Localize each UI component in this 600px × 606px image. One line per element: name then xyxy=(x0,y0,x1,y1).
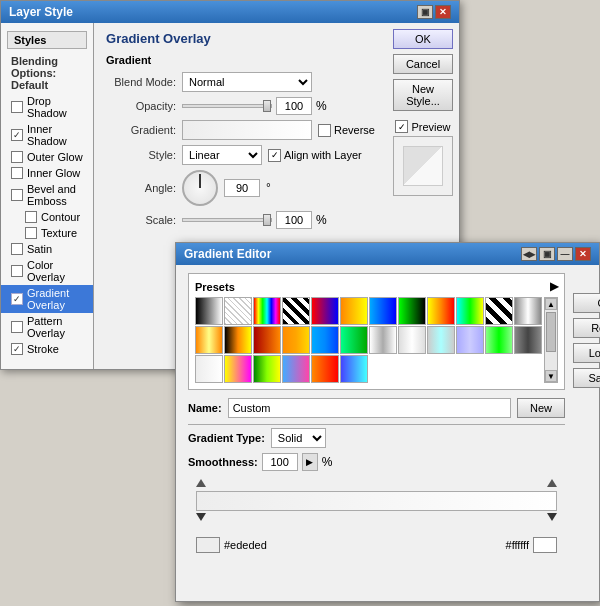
gradient-type-select[interactable]: Solid Noise xyxy=(271,428,326,448)
preset-28[interactable] xyxy=(282,355,310,383)
preset-12[interactable] xyxy=(514,297,542,325)
preset-24[interactable] xyxy=(514,326,542,354)
ge-save-button[interactable]: Save... xyxy=(573,368,600,388)
ge-ok-button[interactable]: OK xyxy=(573,293,600,313)
sidebar-item-outer-glow[interactable]: Outer Glow xyxy=(1,149,93,165)
preset-7[interactable] xyxy=(369,297,397,325)
preset-4[interactable] xyxy=(282,297,310,325)
satin-checkbox[interactable] xyxy=(11,243,23,255)
preset-5[interactable] xyxy=(311,297,339,325)
smoothness-input[interactable] xyxy=(262,453,298,471)
contour-checkbox[interactable] xyxy=(25,211,37,223)
align-layer-label[interactable]: ✓ Align with Layer xyxy=(268,149,362,162)
smoothness-arrow[interactable]: ▶ xyxy=(302,453,318,471)
scale-slider-thumb[interactable] xyxy=(263,214,271,226)
color-stop-left[interactable] xyxy=(196,513,206,521)
scale-input[interactable] xyxy=(276,211,312,229)
cancel-button[interactable]: Cancel xyxy=(393,54,453,74)
preset-17[interactable] xyxy=(311,326,339,354)
right-color-swatch[interactable] xyxy=(533,537,557,553)
gradient-preview[interactable] xyxy=(182,120,312,140)
preset-30[interactable] xyxy=(340,355,368,383)
ge-restore-button[interactable]: ▣ xyxy=(539,247,555,261)
preset-18[interactable] xyxy=(340,326,368,354)
bevel-emboss-checkbox[interactable] xyxy=(11,189,23,201)
gradient-overlay-checkbox[interactable]: ✓ xyxy=(11,293,23,305)
left-color-swatch[interactable] xyxy=(196,537,220,553)
new-style-button[interactable]: New Style... xyxy=(393,79,453,111)
ge-minimize-button[interactable]: — xyxy=(557,247,573,261)
preset-6[interactable] xyxy=(340,297,368,325)
presets-arrow[interactable]: ▶ xyxy=(550,280,558,293)
sidebar-item-satin[interactable]: Satin xyxy=(1,241,93,257)
preset-8[interactable] xyxy=(398,297,426,325)
ge-load-button[interactable]: Load... xyxy=(573,343,600,363)
sidebar-item-color-overlay[interactable]: Color Overlay xyxy=(1,257,93,285)
sidebar-item-blending-options[interactable]: Blending Options: Default xyxy=(1,53,93,93)
inner-glow-checkbox[interactable] xyxy=(11,167,23,179)
stroke-checkbox[interactable]: ✓ xyxy=(11,343,23,355)
blend-mode-select[interactable]: Normal Multiply Screen xyxy=(182,72,312,92)
preset-29[interactable] xyxy=(311,355,339,383)
preset-19[interactable] xyxy=(369,326,397,354)
preset-2[interactable] xyxy=(224,297,252,325)
align-layer-checkbox[interactable]: ✓ xyxy=(268,149,281,162)
angle-dial[interactable] xyxy=(182,170,218,206)
sidebar-item-texture[interactable]: Texture xyxy=(1,225,93,241)
opacity-slider-thumb[interactable] xyxy=(263,100,271,112)
sidebar-item-inner-shadow[interactable]: ✓ Inner Shadow xyxy=(1,121,93,149)
scroll-down-button[interactable]: ▼ xyxy=(545,370,557,382)
opacity-stop-left[interactable] xyxy=(196,479,206,487)
preset-25[interactable] xyxy=(195,355,223,383)
preset-14[interactable] xyxy=(224,326,252,354)
preview-checkbox-label[interactable]: ✓ Preview xyxy=(395,120,450,133)
ok-button[interactable]: OK xyxy=(393,29,453,49)
outer-glow-checkbox[interactable] xyxy=(11,151,23,163)
inner-shadow-checkbox[interactable]: ✓ xyxy=(11,129,23,141)
opacity-input[interactable] xyxy=(276,97,312,115)
sidebar-item-bevel-emboss[interactable]: Bevel and Emboss xyxy=(1,181,93,209)
presets-scrollbar[interactable]: ▲ ▼ xyxy=(544,297,558,383)
angle-input[interactable] xyxy=(224,179,260,197)
preset-16[interactable] xyxy=(282,326,310,354)
minimize-button[interactable]: ▣ xyxy=(417,5,433,19)
opacity-stop-right[interactable] xyxy=(547,479,557,487)
preset-23[interactable] xyxy=(485,326,513,354)
scroll-thumb[interactable] xyxy=(546,312,556,352)
sidebar-item-drop-shadow[interactable]: Drop Shadow xyxy=(1,93,93,121)
preset-27[interactable] xyxy=(253,355,281,383)
scale-slider[interactable] xyxy=(182,218,272,222)
new-button[interactable]: New xyxy=(517,398,565,418)
style-select[interactable]: Linear Radial Angle xyxy=(182,145,262,165)
sidebar-item-gradient-overlay[interactable]: ✓ Gradient Overlay xyxy=(1,285,93,313)
gradient-bar[interactable] xyxy=(196,491,557,511)
ge-reset-button[interactable]: Reset xyxy=(573,318,600,338)
preset-11[interactable] xyxy=(485,297,513,325)
preset-1[interactable] xyxy=(195,297,223,325)
preset-22[interactable] xyxy=(456,326,484,354)
drop-shadow-checkbox[interactable] xyxy=(11,101,23,113)
sidebar-item-contour[interactable]: Contour xyxy=(1,209,93,225)
preview-checkbox[interactable]: ✓ xyxy=(395,120,408,133)
opacity-slider[interactable] xyxy=(182,104,272,108)
sidebar-item-stroke[interactable]: ✓ Stroke xyxy=(1,341,93,357)
sidebar-item-inner-glow[interactable]: Inner Glow xyxy=(1,165,93,181)
close-button[interactable]: ✕ xyxy=(435,5,451,19)
preset-13[interactable] xyxy=(195,326,223,354)
preset-3[interactable] xyxy=(253,297,281,325)
color-stop-right[interactable] xyxy=(547,513,557,521)
name-input[interactable] xyxy=(228,398,511,418)
ge-nav-button[interactable]: ◀▶ xyxy=(521,247,537,261)
preset-15[interactable] xyxy=(253,326,281,354)
preset-9[interactable] xyxy=(427,297,455,325)
reverse-checkbox-label[interactable]: Reverse xyxy=(318,124,375,137)
preset-21[interactable] xyxy=(427,326,455,354)
pattern-overlay-checkbox[interactable] xyxy=(11,321,23,333)
ge-close-button[interactable]: ✕ xyxy=(575,247,591,261)
preset-26[interactable] xyxy=(224,355,252,383)
scroll-up-button[interactable]: ▲ xyxy=(545,298,557,310)
preset-10[interactable] xyxy=(456,297,484,325)
sidebar-item-pattern-overlay[interactable]: Pattern Overlay xyxy=(1,313,93,341)
color-overlay-checkbox[interactable] xyxy=(11,265,23,277)
reverse-checkbox[interactable] xyxy=(318,124,331,137)
